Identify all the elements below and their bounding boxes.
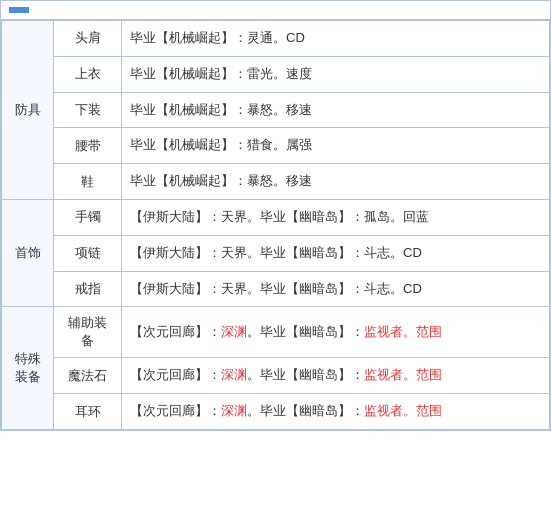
table-row: 上衣毕业【机械崛起】：雷光。速度 [2, 56, 550, 92]
table-row: 首饰手镯【伊斯大陆】：天界。毕业【幽暗岛】：孤岛。回蓝 [2, 199, 550, 235]
item-desc-cell: 【次元回廊】：深渊。毕业【幽暗岛】：监视者。范围 [122, 358, 550, 394]
category-cell: 特殊 装备 [2, 307, 54, 430]
table-row: 项链【伊斯大陆】：天界。毕业【幽暗岛】：斗志。CD [2, 235, 550, 271]
equipment-table: 防具头肩毕业【机械崛起】：灵通。CD上衣毕业【机械崛起】：雷光。速度下装毕业【机… [1, 20, 550, 430]
item-desc-cell: 【伊斯大陆】：天界。毕业【幽暗岛】：斗志。CD [122, 271, 550, 307]
desc-part: 【次元回廊】： [130, 367, 221, 382]
desc-part: 【次元回廊】： [130, 324, 221, 339]
table-row: 鞋毕业【机械崛起】：暴怒。移速 [2, 164, 550, 200]
item-name-cell: 头肩 [54, 21, 122, 57]
item-desc-cell: 【伊斯大陆】：天界。毕业【幽暗岛】：孤岛。回蓝 [122, 199, 550, 235]
desc-part: 。毕业【幽暗岛】： [247, 324, 364, 339]
category-cell: 首饰 [2, 199, 54, 306]
desc-part: 【伊斯大陆】：天界。毕业【幽暗岛】：孤岛。回蓝 [130, 209, 429, 224]
item-desc-cell: 毕业【机械崛起】：暴怒。移速 [122, 92, 550, 128]
desc-part: 监视者。范围 [364, 403, 442, 418]
desc-part: 监视者。范围 [364, 367, 442, 382]
item-name-cell: 戒指 [54, 271, 122, 307]
table-row: 魔法石【次元回廊】：深渊。毕业【幽暗岛】：监视者。范围 [2, 358, 550, 394]
desc-part: 【伊斯大陆】：天界。毕业【幽暗岛】：斗志。CD [130, 245, 422, 260]
desc-part: 【次元回廊】： [130, 403, 221, 418]
item-name-cell: 腰带 [54, 128, 122, 164]
item-name-cell: 鞋 [54, 164, 122, 200]
table-row: 下装毕业【机械崛起】：暴怒。移速 [2, 92, 550, 128]
table-row: 耳环【次元回廊】：深渊。毕业【幽暗岛】：监视者。范围 [2, 394, 550, 430]
header-tag [9, 7, 29, 13]
item-desc-cell: 【次元回廊】：深渊。毕业【幽暗岛】：监视者。范围 [122, 394, 550, 430]
table-row: 戒指【伊斯大陆】：天界。毕业【幽暗岛】：斗志。CD [2, 271, 550, 307]
item-desc-cell: 【次元回廊】：深渊。毕业【幽暗岛】：监视者。范围 [122, 307, 550, 358]
desc-part: 【伊斯大陆】：天界。毕业【幽暗岛】：斗志。CD [130, 281, 422, 296]
table-row: 特殊 装备辅助装备【次元回廊】：深渊。毕业【幽暗岛】：监视者。范围 [2, 307, 550, 358]
item-desc-cell: 毕业【机械崛起】：暴怒。移速 [122, 164, 550, 200]
desc-part: 。毕业【幽暗岛】： [247, 403, 364, 418]
item-desc-cell: 毕业【机械崛起】：灵通。CD [122, 21, 550, 57]
item-name-cell: 上衣 [54, 56, 122, 92]
item-name-cell: 耳环 [54, 394, 122, 430]
item-name-cell: 下装 [54, 92, 122, 128]
table-row: 腰带毕业【机械崛起】：猎食。属强 [2, 128, 550, 164]
desc-part: 深渊 [221, 324, 247, 339]
item-desc-cell: 【伊斯大陆】：天界。毕业【幽暗岛】：斗志。CD [122, 235, 550, 271]
table-row: 防具头肩毕业【机械崛起】：灵通。CD [2, 21, 550, 57]
desc-part: 监视者。范围 [364, 324, 442, 339]
item-desc-cell: 毕业【机械崛起】：雷光。速度 [122, 56, 550, 92]
item-name-cell: 辅助装备 [54, 307, 122, 358]
item-name-cell: 魔法石 [54, 358, 122, 394]
desc-part: 深渊 [221, 403, 247, 418]
header-row [1, 1, 550, 20]
desc-part: 。毕业【幽暗岛】： [247, 367, 364, 382]
item-name-cell: 手镯 [54, 199, 122, 235]
item-desc-cell: 毕业【机械崛起】：猎食。属强 [122, 128, 550, 164]
desc-part: 深渊 [221, 367, 247, 382]
category-cell: 防具 [2, 21, 54, 200]
main-container: 防具头肩毕业【机械崛起】：灵通。CD上衣毕业【机械崛起】：雷光。速度下装毕业【机… [0, 0, 551, 431]
item-name-cell: 项链 [54, 235, 122, 271]
